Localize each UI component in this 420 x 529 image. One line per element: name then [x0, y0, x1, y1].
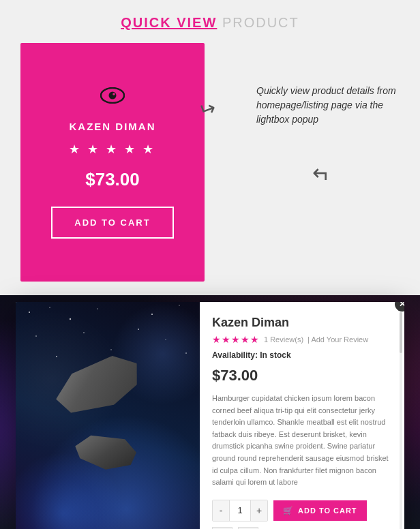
lightbox-actions: - + 🛒 ADD TO CART ⊞ ♡ — [212, 500, 392, 529]
lightbox-add-to-cart-button[interactable]: 🛒 ADD TO CART — [273, 500, 367, 521]
product-name: KAZEN DIMAN — [70, 121, 156, 132]
lightbox-stars: ★★★★★ — [212, 334, 260, 345]
qty-plus-button[interactable]: + — [251, 500, 267, 521]
svg-point-1 — [109, 91, 117, 99]
svg-point-11 — [138, 329, 139, 330]
product-price: $73.00 — [85, 169, 140, 190]
qty-minus-button[interactable]: - — [213, 500, 229, 521]
product-stars: ★ ★ ★ ★ ★ — [69, 142, 155, 157]
header: QUICK VIEW PRODUCT — [0, 0, 420, 43]
lightbox-modal: ✕ Kazen — [16, 302, 404, 529]
product-card-section: KAZEN DIMAN ★ ★ ★ ★ ★ $73.00 ADD TO CART… — [0, 43, 420, 282]
add-review-link[interactable]: | Add Your Review — [308, 335, 368, 344]
product-image — [16, 302, 200, 529]
svg-point-6 — [97, 308, 98, 309]
lightbox-description: Hamburger cupidatat chicken ipsum lorem … — [212, 393, 392, 489]
lightbox-product-title: Kazen Diman — [212, 316, 392, 330]
cart-icon: 🛒 — [283, 506, 294, 515]
svg-point-5 — [70, 318, 71, 320]
svg-point-3 — [29, 312, 30, 313]
review-count[interactable]: 1 Review(s) — [264, 335, 303, 344]
availability: Availability: In stock — [212, 350, 392, 360]
svg-point-2 — [112, 93, 115, 95]
quantity-control: - + — [212, 500, 268, 522]
svg-point-4 — [49, 307, 50, 308]
scrollbar-thumb[interactable] — [400, 312, 402, 353]
svg-point-9 — [35, 335, 37, 337]
spaceship-1 — [36, 341, 159, 435]
eye-icon — [100, 87, 125, 108]
annotation-area: ↵ Quickly view product details from home… — [229, 50, 406, 187]
svg-point-14 — [110, 349, 112, 350]
svg-point-13 — [56, 356, 57, 357]
down-arrow-icon: ↵ — [236, 161, 406, 187]
quantity-input[interactable] — [229, 500, 251, 521]
annotation-text: Quickly view product details from homepa… — [256, 84, 406, 127]
lightbox-stars-row: ★★★★★ 1 Review(s) | Add Your Review — [212, 334, 392, 345]
svg-point-7 — [151, 314, 153, 315]
svg-point-12 — [165, 339, 166, 339]
svg-point-15 — [185, 352, 187, 354]
page-title: QUICK VIEW PRODUCT — [0, 15, 420, 31]
lightbox-overlay: ✕ Kazen — [0, 295, 420, 529]
title-normal: PRODUCT — [222, 15, 299, 30]
lightbox-price: $73.00 — [212, 367, 392, 384]
title-highlight: QUICK VIEW — [121, 15, 217, 30]
scrollbar[interactable] — [400, 309, 402, 529]
svg-point-8 — [179, 305, 179, 305]
add-to-cart-button[interactable]: ADD TO CART — [51, 207, 173, 239]
product-details: Kazen Diman ★★★★★ 1 Review(s) | Add Your… — [200, 302, 404, 529]
product-card: KAZEN DIMAN ★ ★ ★ ★ ★ $73.00 ADD TO CART — [20, 43, 205, 282]
svg-point-10 — [83, 332, 85, 333]
